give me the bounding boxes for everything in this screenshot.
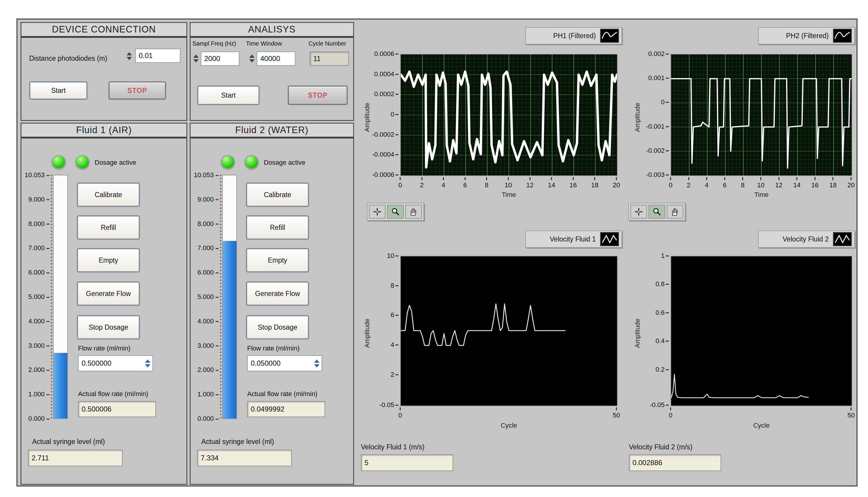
fluid2-empty-button[interactable]: Empty [246, 248, 309, 272]
fluid1-refill-button[interactable]: Refill [77, 216, 139, 239]
time-window-input[interactable]: 40000 [257, 52, 295, 66]
crosshair-icon[interactable] [630, 205, 647, 218]
labview-front-panel: DEVICE CONNECTION Distance photodiodes (… [0, 0, 868, 497]
fluid2-calibrate-button[interactable]: Calibrate [246, 183, 309, 207]
sine-wave-icon[interactable] [600, 29, 619, 43]
x-tick-label: 4 [442, 181, 445, 189]
x-tick-mark [760, 177, 762, 180]
x-tick-mark [797, 177, 797, 180]
fluid1-empty-button[interactable]: Empty [77, 248, 139, 272]
y-tick-mark [666, 78, 669, 79]
fluid2-refill-button[interactable]: Refill [246, 216, 309, 239]
y-tick-mark [666, 341, 669, 342]
fluid2-panel: Fluid 2 (WATER) Dosage active 10.053 9.0… [190, 123, 354, 485]
spin-down-icon[interactable] [145, 364, 151, 368]
magnifier-icon[interactable] [649, 205, 665, 218]
x-tick-label: 50 [613, 412, 620, 419]
device-stop-button[interactable]: STOP [109, 82, 166, 99]
tank-tick: 2.000 [28, 366, 49, 374]
y-tick-label: -0.001 [646, 123, 665, 130]
magnifier-icon[interactable] [387, 205, 404, 218]
spin-up-icon[interactable] [314, 359, 319, 363]
y-tick-label: 10 [387, 252, 394, 260]
spin-up-icon[interactable] [249, 55, 255, 58]
velocity-fluid1-chart-title: Velocity Fluid 1 [550, 235, 596, 243]
y-tick-mark [396, 134, 398, 135]
x-tick-mark [465, 177, 466, 180]
spin-down-icon[interactable] [127, 57, 132, 60]
spin-down-icon[interactable] [249, 59, 255, 62]
fluid2-generate-flow-button[interactable]: Generate Flow [246, 282, 309, 305]
tank-tick: 9.000 [28, 196, 49, 203]
fluid1-flow-rate-input[interactable]: 0.500000 [78, 355, 153, 371]
analysis-stop-button[interactable]: STOP [288, 86, 347, 104]
x-tick-mark [594, 177, 595, 180]
distance-input[interactable]: 0.01 [135, 48, 181, 63]
x-tick-label: 10 [757, 181, 764, 189]
velocity-fluid2-x-ticks: 050 [671, 407, 852, 420]
analysis-start-button[interactable]: Start [198, 86, 259, 104]
fluid2-actual-flow-label: Actual flow rate (ml/min) [247, 390, 317, 398]
sampl-freq-spinner[interactable] [193, 52, 199, 65]
ph1-graph-palette [367, 203, 424, 221]
fluid1-tank-fill [54, 353, 67, 418]
ph1-filtered-chart: PH1 (Filtered) Amplitude 0.00060.00040.0… [358, 27, 624, 230]
x-tick-mark [616, 407, 617, 410]
spin-down-icon[interactable] [193, 59, 199, 62]
sampl-freq-input[interactable]: 2000 [201, 52, 239, 66]
y-tick-mark [396, 114, 398, 115]
x-tick-label: 10 [505, 181, 512, 189]
fluid2-stop-dosage-button[interactable]: Stop Dosage [246, 316, 309, 339]
x-tick-label: 0 [669, 412, 672, 419]
hand-icon[interactable] [667, 205, 683, 218]
analysis-title: ANALISYS [190, 23, 353, 38]
fluid2-flow-rate-input[interactable]: 0.050000 [247, 355, 322, 371]
fluid1-calibrate-button[interactable]: Calibrate [77, 183, 139, 207]
fluid2-syringe-level-indicator: 7.334 [197, 450, 292, 466]
fluid2-flow-rate-spinner[interactable] [313, 356, 321, 371]
zigzag-wave-icon[interactable] [833, 232, 852, 246]
y-tick-mark [666, 54, 669, 55]
fluid2-tank-fill [223, 241, 237, 418]
fluid1-stop-dosage-button[interactable]: Stop Dosage [77, 316, 139, 339]
ph1-y-ticks: 0.00060.00040.00020-0.0002-0.0004-0.0006 [358, 54, 399, 176]
zigzag-wave-icon[interactable] [600, 232, 619, 246]
tank-tick: 7.000 [197, 244, 218, 252]
x-tick-mark [851, 177, 852, 180]
fluid2-tank-minor-ticks [220, 175, 221, 419]
device-connection-title: DEVICE CONNECTION [22, 23, 186, 38]
time-window-spinner[interactable] [248, 52, 256, 65]
ph1-chart-tab: PH1 (Filtered) [525, 27, 622, 44]
x-tick-mark [688, 177, 689, 180]
distance-photodiodes-label: Distance photodiodes (m) [29, 55, 107, 62]
spin-down-icon[interactable] [314, 364, 319, 368]
y-tick-label: -0.0006 [372, 171, 394, 179]
fluid1-dosage-active-label: Dosage active [95, 159, 136, 167]
fluid1-flow-rate-spinner[interactable] [144, 356, 151, 371]
y-tick-label: 0.8 [655, 280, 665, 288]
sine-wave-icon[interactable] [833, 29, 852, 43]
y-tick-mark [396, 315, 398, 316]
y-tick-mark [666, 284, 669, 285]
x-tick-label: 4 [705, 181, 708, 189]
cycle-number-indicator: 11 [310, 52, 349, 66]
spin-up-icon[interactable] [127, 52, 132, 55]
fluid1-syringe-level-indicator: 2.711 [28, 450, 123, 466]
spin-up-icon[interactable] [145, 359, 151, 363]
x-tick-mark [742, 177, 743, 180]
tank-tick: 8.000 [28, 220, 49, 228]
y-tick-label: 0 [391, 111, 394, 118]
tank-tick: 5.000 [28, 293, 49, 301]
crosshair-icon[interactable] [369, 205, 386, 218]
x-tick-mark [551, 177, 552, 180]
distance-spinner[interactable] [126, 49, 133, 63]
spin-up-icon[interactable] [193, 55, 199, 58]
y-tick-mark [396, 344, 398, 345]
fluid1-generate-flow-button[interactable]: Generate Flow [77, 282, 139, 305]
ph1-chart-title: PH1 (Filtered) [553, 32, 596, 40]
hand-icon[interactable] [405, 205, 422, 218]
device-start-button[interactable]: Start [30, 82, 87, 99]
y-tick-mark [396, 285, 398, 286]
y-tick-mark [666, 312, 669, 313]
tank-tick: 9.000 [197, 196, 218, 203]
